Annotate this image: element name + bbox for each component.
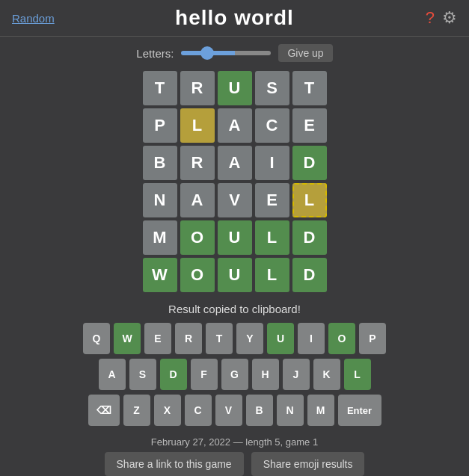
tile-5-1: O xyxy=(180,258,215,292)
keyboard-row-0: QWERTYUIOP xyxy=(83,323,386,354)
tile-4-4: D xyxy=(292,220,327,255)
grid-row-5: WOULD xyxy=(143,258,327,292)
key-⌫[interactable]: ⌫ xyxy=(88,395,120,426)
tile-0-0: T xyxy=(143,71,177,105)
key-o[interactable]: O xyxy=(328,323,355,354)
key-l[interactable]: L xyxy=(344,359,371,390)
key-e[interactable]: E xyxy=(144,323,171,354)
tile-0-2: U xyxy=(218,71,252,105)
tile-1-4: E xyxy=(292,108,327,143)
grid-row-3: NAVEL xyxy=(143,183,327,217)
grid-row-4: MOULD xyxy=(143,220,327,255)
key-x[interactable]: X xyxy=(154,395,181,426)
key-j[interactable]: J xyxy=(283,359,310,390)
key-r[interactable]: R xyxy=(175,323,202,354)
tile-5-0: W xyxy=(143,258,177,292)
tile-5-4: D xyxy=(292,258,327,292)
tile-5-2: U xyxy=(218,258,252,292)
key-z[interactable]: Z xyxy=(123,395,150,426)
tile-0-4: T xyxy=(292,71,327,105)
key-p[interactable]: P xyxy=(359,323,386,354)
tile-1-1: L xyxy=(180,108,215,143)
key-enter[interactable]: Enter xyxy=(338,395,381,426)
key-s[interactable]: S xyxy=(129,359,156,390)
keyboard-row-2: ⌫ZXCVBNMEnter xyxy=(83,395,386,426)
key-h[interactable]: H xyxy=(252,359,279,390)
key-k[interactable]: K xyxy=(313,359,340,390)
key-u[interactable]: U xyxy=(267,323,294,354)
tile-3-3: E xyxy=(255,183,289,217)
grid-row-1: PLACE xyxy=(143,108,327,143)
tile-4-1: O xyxy=(180,220,215,255)
key-i[interactable]: I xyxy=(298,323,325,354)
tile-3-1: A xyxy=(180,183,215,217)
letters-slider[interactable] xyxy=(181,51,271,55)
game-grid: TRUSTPLACEBRAIDNAVELMOULDWOULD xyxy=(143,65,327,298)
keyboard-row-1: ASDFGHJKL xyxy=(83,359,386,390)
help-icon[interactable]: ? xyxy=(426,8,435,28)
tile-0-3: S xyxy=(255,71,289,105)
grid-row-2: BRAID xyxy=(143,146,327,180)
key-b[interactable]: B xyxy=(246,395,273,426)
key-c[interactable]: C xyxy=(185,395,212,426)
give-up-button[interactable]: Give up xyxy=(278,44,332,62)
key-w[interactable]: W xyxy=(114,323,141,354)
settings-icon[interactable]: ⚙ xyxy=(442,8,457,28)
header-icons: ? ⚙ xyxy=(426,8,457,28)
tile-3-4: L xyxy=(292,183,327,217)
tile-1-3: C xyxy=(255,108,289,143)
tile-3-0: N xyxy=(143,183,177,217)
game-title: hello wordl xyxy=(175,6,294,30)
key-m[interactable]: M xyxy=(307,395,334,426)
key-t[interactable]: T xyxy=(206,323,233,354)
controls: Letters: Give up xyxy=(136,37,332,65)
key-g[interactable]: G xyxy=(221,359,248,390)
grid-row-0: TRUST xyxy=(143,71,327,105)
key-a[interactable]: A xyxy=(99,359,126,390)
tile-4-3: L xyxy=(255,220,289,255)
tile-4-2: U xyxy=(218,220,252,255)
tile-2-0: B xyxy=(143,146,177,180)
tile-5-3: L xyxy=(255,258,289,292)
result-message: Result copied to clipboard! xyxy=(168,298,301,318)
tile-1-2: A xyxy=(218,108,252,143)
tile-0-1: R xyxy=(180,71,215,105)
tile-3-2: V xyxy=(218,183,252,217)
key-f[interactable]: F xyxy=(191,359,218,390)
share-emoji-button[interactable]: Share emoji results xyxy=(251,452,365,476)
tile-2-2: A xyxy=(218,146,252,180)
keyboard: QWERTYUIOPASDFGHJKL⌫ZXCVBNMEnter xyxy=(83,318,386,430)
share-buttons: Share a link to this game Share emoji re… xyxy=(105,452,365,476)
tile-4-0: M xyxy=(143,220,177,255)
share-link-button[interactable]: Share a link to this game xyxy=(105,452,244,476)
tile-2-1: R xyxy=(180,146,215,180)
key-v[interactable]: V xyxy=(215,395,242,426)
key-y[interactable]: Y xyxy=(236,323,263,354)
tile-1-0: P xyxy=(143,108,177,143)
tile-2-3: I xyxy=(255,146,289,180)
footer-info: February 27, 2022 — length 5, game 1 xyxy=(151,430,318,452)
header: Random hello wordl ? ⚙ xyxy=(0,0,469,37)
tile-2-4: D xyxy=(292,146,327,180)
key-d[interactable]: D xyxy=(160,359,187,390)
key-q[interactable]: Q xyxy=(83,323,110,354)
letters-label: Letters: xyxy=(136,47,174,60)
random-link[interactable]: Random xyxy=(12,12,55,25)
key-n[interactable]: N xyxy=(277,395,304,426)
